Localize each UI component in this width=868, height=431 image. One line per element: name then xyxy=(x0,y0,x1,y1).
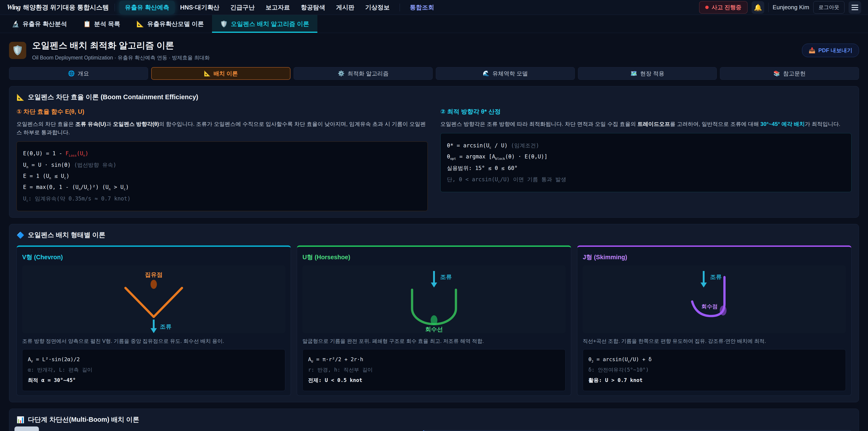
formula-line: Un = U · sin(θ) (법선방향 유속) xyxy=(23,161,421,169)
optimal-angle-formula-block: θ* = arcsin(Uc / U) (임계조건) θopt = argmax… xyxy=(440,133,851,192)
efficiency-formula-block: E(θ,U) = 1 - FLoss(Un) Un = U · sin(θ) (… xyxy=(17,142,428,211)
chevron-formula-block: AV = L²·sin(2α)/2 α: 반개각, L: 편측 길이 최적 α … xyxy=(22,349,285,391)
formula-line: 최적 α = 30°~45° xyxy=(28,377,280,384)
recovery-vessel-label: 회수선 xyxy=(425,326,443,333)
incident-dot-icon xyxy=(705,6,709,9)
efficiency-function-column: ① 차단 효율 함수 E(θ, U) 오일펜스의 차단 효율은 조류 유속(U)… xyxy=(17,107,428,211)
panel-title: 📐 오일펜스 차단 효율 이론 (Boom Containment Effici… xyxy=(17,93,851,102)
nav-item-integrated-search[interactable]: 통합조회 xyxy=(404,1,440,14)
app-logo[interactable]: Wing 해양환경 위기대응 통합시스템 xyxy=(7,3,109,12)
formula-line: θJ = arcsin(Uc/U) + δ xyxy=(588,357,840,363)
horseshoe-description: 말굽형으로 기름을 완전 포위. 폐쇄형 구조로 회수 효율 최고. 저조류 해… xyxy=(303,337,565,345)
multiboom-panel: 📊 다단계 차단선(Multi-Boom) 배치 이론 단일 오일펜스로 차단 … xyxy=(9,409,859,431)
skimming-card-title: J형 (Skimming) xyxy=(583,253,846,261)
chevron-card-title: V형 (Chevron) xyxy=(22,253,285,261)
pdf-export-button[interactable]: 📥 PDF 내보내기 xyxy=(802,43,859,57)
logo-mark: Wing xyxy=(7,3,20,11)
nav-item-emergency-rescue[interactable]: 긴급구난 xyxy=(225,1,260,14)
formula-line: δ: 안전여유각(5°~10°) xyxy=(588,366,840,373)
skimming-diagram: 조류 회수점 xyxy=(583,265,846,333)
notifications-button[interactable]: 🔔 xyxy=(752,1,764,14)
app-title: 해양환경 위기대응 통합시스템 xyxy=(23,3,109,12)
recovery-dot xyxy=(431,315,437,325)
hamburger-menu-button[interactable] xyxy=(848,1,861,14)
current-label: 조류 xyxy=(710,274,722,280)
nav-item-board[interactable]: 게시판 xyxy=(331,1,360,14)
section-tab-overview[interactable]: 🌐 개요 xyxy=(9,67,148,80)
horseshoe-diagram: 조류 회수선 xyxy=(303,265,565,333)
current-arrowhead-icon xyxy=(151,328,157,333)
formula-line: α: 반개각, L: 편측 길이 xyxy=(28,366,280,373)
skimming-formula-block: θJ = arcsin(Uc/U) + δ δ: 안전여유각(5°~10°) 활… xyxy=(583,349,846,391)
efficiency-function-paragraph: 오일펜스의 차단 효율은 조류 유속(U)과 오일펜스 방향각(θ)의 함수입니… xyxy=(17,120,428,136)
recovery-point-label: 회수점 xyxy=(702,303,718,309)
current-arrowhead-icon xyxy=(431,282,437,287)
skimming-card: J형 (Skimming) 조류 회수점 직선+곡선 조합. 기름을 한쪽으로 … xyxy=(577,245,851,396)
triangle-ruler-icon: 📐 xyxy=(17,94,24,101)
skimming-description: 직선+곡선 조합. 기름을 한쪽으로 편향 유도하여 집유. 강조류·연안 배치… xyxy=(583,337,846,345)
current-label: 조류 xyxy=(440,274,452,280)
gear-icon: ⚙️ xyxy=(338,70,344,76)
chevron-diagram: 집유점 조류 xyxy=(22,265,285,333)
tab-diffusion-model-theory[interactable]: 📐 유출유확산모델 이론 xyxy=(128,15,212,33)
efficiency-function-heading: ① 차단 효율 함수 E(θ, U) xyxy=(17,107,428,116)
horseshoe-formula-block: AU = π·r²/2 + 2r·h r: 반경, h: 직선부 길이 전제: … xyxy=(303,349,565,391)
formula-line: AV = L²·sin(2α)/2 xyxy=(28,357,280,363)
section-tab-deployment-theory[interactable]: 📐 배치 이론 xyxy=(151,67,291,80)
current-arrowhead-icon xyxy=(701,282,707,287)
formula-line: E = max(0, 1 - (Un/Uc)²) (Un > Uc) xyxy=(23,184,421,191)
blue-diamond-icon: 🔷 xyxy=(17,232,24,239)
nav-item-oil-spill-prediction[interactable]: 유출유 확산예측 xyxy=(119,1,175,14)
panel-title: 📊 다단계 차단선(Multi-Boom) 배치 이론 xyxy=(17,415,851,424)
section-tab-bar: 🌐 개요 📐 배치 이론 ⚙️ 최적화 알고리즘 🌊 유체역학 모델 🗺️ 현장… xyxy=(9,67,859,80)
nav-item-aerial-search[interactable]: 항공탐색 xyxy=(296,1,331,14)
clipboard-icon: 📋 xyxy=(83,20,91,28)
formula-line: 활용: U > 0.7 knot xyxy=(588,377,840,384)
section-tab-optimization-algorithm[interactable]: ⚙️ 최적화 알고리즘 xyxy=(293,67,433,80)
horseshoe-card: U형 (Horseshoe) 조류 회수선 말굽형으로 기름을 완전 포위. 폐… xyxy=(297,245,571,396)
tab-boom-algorithm-theory[interactable]: 🛡️ 오일펜스 배치 알고리즘 이론 xyxy=(212,15,317,33)
nav-item-weather[interactable]: 기상정보 xyxy=(360,1,395,14)
boom-j-shape xyxy=(692,277,724,316)
multiboom-left-column: 단일 오일펜스로 차단 불가한 경우 직렬 다단 배치로 누적 차단 효율을 향… xyxy=(17,430,412,431)
multiboom-paragraph: 단일 오일펜스로 차단 불가한 경우 직렬 다단 배치로 누적 차단 효율을 향… xyxy=(17,430,412,431)
oil-collection-dot xyxy=(151,280,157,289)
formula-line: θ* = arcsin(Uc / U) (임계조건) xyxy=(447,142,845,149)
globe-icon: 🌐 xyxy=(68,70,75,76)
incident-badge-label: 사고 진행중 xyxy=(712,4,741,11)
section-tab-references[interactable]: 📚 참고문헌 xyxy=(720,67,859,80)
guideline-row-serial: 2단 직렬: Etotal = E₁+E₂-E₁·E₂ (예: 70%+70% … xyxy=(423,430,851,431)
section-tab-field-application[interactable]: 🗺️ 현장 적용 xyxy=(578,67,717,80)
incident-status-badge[interactable]: 사고 진행중 xyxy=(699,1,747,13)
logout-button[interactable]: 로그아웃 xyxy=(813,1,844,13)
formula-line: 실용범위: 15° ≤ θ ≤ 60° xyxy=(447,164,845,172)
boom-line-right xyxy=(154,288,182,317)
boom-shapes-panel: 🔷 오일펜스 배치 형태별 이론 V형 (Chevron) 집유점 조류 조류 … xyxy=(9,224,859,402)
section-tab-hydrodynamics-model[interactable]: 🌊 유체역학 모델 xyxy=(436,67,575,80)
optimal-angle-column: ② 최적 방향각 θ* 산정 오일펜스 방향각은 조류 방향에 따라 최적화됩니… xyxy=(440,107,851,211)
collection-point-label: 집유점 xyxy=(145,271,162,278)
page-header: 🛡️ 오일펜스 배치 최적화 알고리즘 이론 Oil Boom Deployme… xyxy=(9,39,859,61)
nav-divider xyxy=(400,4,400,11)
boom-line-left xyxy=(125,288,154,317)
triangle-ruler-icon: 📐 xyxy=(136,20,144,28)
books-icon: 📚 xyxy=(773,70,780,76)
map-icon: 🗺️ xyxy=(630,70,637,76)
nav-item-hns-atmospheric[interactable]: HNS·대기확산 xyxy=(175,1,225,14)
formula-line: r: 반경, h: 직선부 길이 xyxy=(308,366,560,373)
user-name: Eunjeong Kim xyxy=(773,4,809,11)
tab-spill-diffusion-analysis[interactable]: 🔬 유출유 확산분석 xyxy=(4,15,75,33)
multiboom-guidelines: 2단 직렬: Etotal = E₁+E₂-E₁·E₂ (예: 70%+70% … xyxy=(423,430,851,431)
nav-item-reports[interactable]: 보고자료 xyxy=(260,1,296,14)
bell-icon: 🔔 xyxy=(754,4,762,11)
menu-icon xyxy=(851,5,858,6)
horizontal-scrollbar-thumb[interactable] xyxy=(14,427,39,431)
shield-icon: 🛡️ xyxy=(9,42,26,59)
formula-line: E = 1 (Un ≤ Uc) xyxy=(23,173,421,180)
horseshoe-card-title: U형 (Horseshoe) xyxy=(303,253,565,261)
bar-chart-icon: 📊 xyxy=(17,416,24,424)
download-icon: 📥 xyxy=(809,47,815,54)
formula-line: 전제: U < 0.5 knot xyxy=(308,377,560,384)
formula-line: θopt = argmax [Ablock(θ) · E(θ,U)] xyxy=(447,153,845,160)
tab-analysis-list[interactable]: 📋 분석 목록 xyxy=(75,15,128,33)
